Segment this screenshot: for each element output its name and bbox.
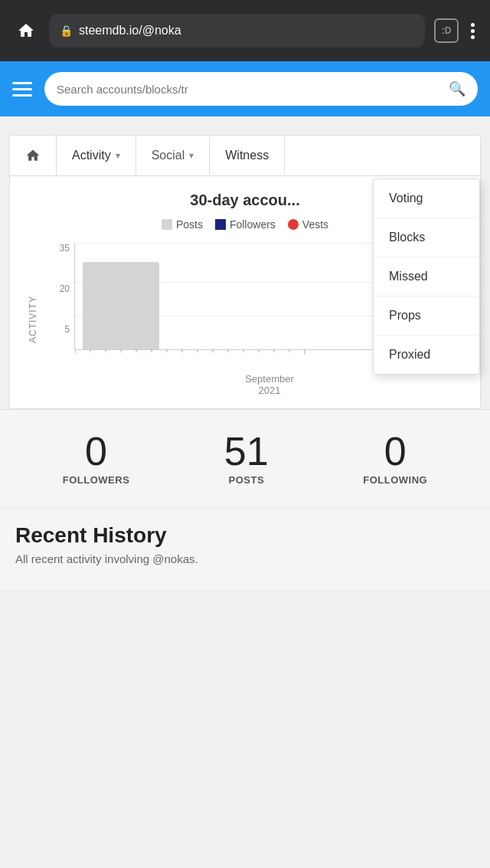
nav-tab-home[interactable]: [10, 136, 57, 175]
x-tick-year: 2021: [259, 385, 281, 396]
following-label: FOLLOWING: [363, 474, 427, 486]
y-tick-35: 35: [60, 243, 70, 254]
search-input[interactable]: [57, 83, 443, 96]
social-chevron-icon: ▾: [189, 150, 194, 161]
recent-history-section: Recent History All recent activity invol…: [0, 507, 490, 590]
nav-tabs: Activity ▾ Social ▾ Witness: [10, 136, 480, 176]
nav-tabs-container: Activity ▾ Social ▾ Witness 30-day accou…: [9, 135, 481, 409]
posts-legend-dot: [162, 219, 172, 230]
stats-section: 0 FOLLOWERS 51 POSTS 0 FOLLOWING: [0, 409, 490, 507]
recent-history-subtitle: All recent activity involving @nokas.: [15, 552, 475, 565]
legend-vests: Vests: [288, 218, 328, 231]
dropdown-item-props[interactable]: Props: [374, 296, 479, 336]
vests-legend-dot: [288, 219, 299, 230]
home-icon: [25, 148, 41, 163]
main-content: Activity ▾ Social ▾ Witness 30-day accou…: [0, 116, 490, 590]
app-header: 🔍: [0, 61, 490, 116]
nav-tab-activity[interactable]: Activity ▾: [57, 136, 136, 175]
nav-tab-witness[interactable]: Witness: [210, 136, 285, 175]
address-text: steemdb.io/@noka: [79, 24, 414, 38]
search-icon: 🔍: [449, 80, 466, 97]
stat-posts: 51 POSTS: [224, 431, 269, 486]
stat-following: 0 FOLLOWING: [363, 431, 427, 486]
posts-label: POSTS: [228, 474, 264, 486]
chart-bar-posts: [83, 262, 159, 349]
hamburger-menu-button[interactable]: [12, 82, 32, 97]
browser-more-button[interactable]: [468, 20, 478, 42]
lock-icon: 🔒: [60, 25, 73, 37]
followers-count: 0: [85, 431, 107, 471]
legend-followers: Followers: [215, 218, 276, 231]
browser-home-icon: [17, 21, 35, 40]
tab-switcher-button[interactable]: :D: [434, 18, 459, 43]
activity-chevron-icon: ▾: [116, 150, 120, 161]
chart-y-label: ACTIVITY: [25, 243, 41, 396]
stat-followers: 0 FOLLOWERS: [63, 431, 130, 486]
y-tick-5: 5: [64, 324, 70, 335]
dropdown-item-proxied[interactable]: Proxied: [374, 336, 479, 374]
y-axis: 35 20 5: [44, 243, 74, 335]
followers-legend-dot: [215, 219, 226, 230]
posts-count: 51: [224, 431, 269, 471]
recent-history-title: Recent History: [15, 523, 475, 548]
legend-posts: Posts: [162, 218, 203, 231]
dropdown-item-missed[interactable]: Missed: [374, 257, 479, 296]
y-tick-20: 20: [60, 283, 70, 294]
browser-home-button[interactable]: [12, 17, 40, 44]
browser-chrome: 🔒 steemdb.io/@noka :D: [0, 0, 490, 61]
x-tick-month: September: [245, 373, 294, 385]
search-bar[interactable]: 🔍: [44, 72, 478, 106]
witness-dropdown: Voting Blocks Missed Props Proxied: [373, 179, 480, 375]
address-bar[interactable]: 🔒 steemdb.io/@noka: [49, 14, 425, 47]
dropdown-item-voting[interactable]: Voting: [374, 179, 479, 218]
followers-label: FOLLOWERS: [63, 474, 130, 486]
nav-tab-social[interactable]: Social ▾: [136, 136, 211, 175]
dropdown-item-blocks[interactable]: Blocks: [374, 218, 479, 257]
following-count: 0: [384, 431, 407, 471]
